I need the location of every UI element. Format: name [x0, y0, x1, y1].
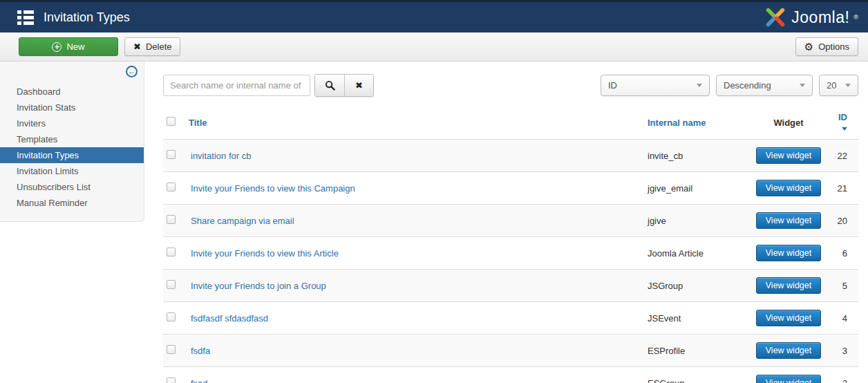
sort-by-value: ID: [608, 80, 617, 91]
row-title-link[interactable]: invitation for cb: [191, 151, 251, 161]
sort-descending-icon: [842, 127, 847, 131]
sidebar-item-unsubscribers-list[interactable]: Unsubscribers List: [0, 179, 144, 195]
main-content: ✖ ID Descending 20: [144, 62, 868, 383]
row-title-link[interactable]: Invite your Friends to view this Article: [191, 248, 339, 259]
view-widget-button[interactable]: View widget: [756, 310, 821, 326]
table-row: Invite your Friends to join a Group JSGr…: [163, 270, 858, 302]
row-internal-name: JSEvent: [644, 302, 748, 335]
list-icon[interactable]: [17, 10, 34, 25]
row-internal-name: jgive_email: [644, 172, 748, 205]
joomla-x-icon: [764, 6, 787, 28]
view-widget-button[interactable]: View widget: [756, 342, 821, 359]
sort-direction-value: Descending: [724, 80, 771, 91]
limit-select[interactable]: 20: [819, 75, 858, 96]
sidebar-item-invitation-stats[interactable]: Invitation Stats: [0, 100, 144, 115]
collapse-sidebar-icon[interactable]: ←: [126, 66, 138, 77]
clear-icon: ✖: [355, 80, 363, 91]
chevron-down-icon: [697, 84, 702, 87]
table-row: fsad ESGroup View widget 2: [163, 367, 858, 383]
table-row: fsdfasdf sfdasdfasd JSEvent View widget …: [163, 302, 858, 335]
row-checkbox[interactable]: [167, 280, 176, 289]
row-title-link[interactable]: fsad: [191, 378, 208, 383]
sidebar-item-inviters[interactable]: Inviters: [0, 115, 144, 131]
table-row: Invite your Friends to view this Article…: [163, 237, 858, 270]
delete-button[interactable]: ✖ Delete: [124, 37, 180, 56]
row-id: 2: [829, 367, 858, 383]
search-input[interactable]: [163, 75, 310, 96]
x-icon: ✖: [133, 41, 141, 52]
widget-header: Widget: [748, 106, 829, 140]
sort-internal-name-header[interactable]: Internal name: [644, 106, 748, 140]
view-widget-button[interactable]: View widget: [756, 375, 821, 383]
sort-direction-select[interactable]: Descending: [716, 75, 813, 96]
row-title-link[interactable]: fsdfasdf sfdasdfasd: [191, 313, 268, 324]
table-header-row: Title Internal name Widget ID: [163, 106, 858, 140]
row-internal-name: ESProfile: [644, 335, 748, 367]
limit-value: 20: [827, 80, 836, 91]
table-row: fsdfa ESProfile View widget 3: [163, 335, 858, 367]
view-widget-button[interactable]: View widget: [756, 277, 821, 294]
row-title-link[interactable]: Invite your Friends to join a Group: [191, 281, 326, 291]
sidebar-item-manual-reminder[interactable]: Manual Reminder: [0, 195, 144, 211]
sort-id-header[interactable]: ID: [829, 106, 858, 140]
row-id: 6: [829, 237, 858, 270]
table-row: Share campaign via email jgive View widg…: [163, 205, 858, 237]
filter-bar: ✖ ID Descending 20: [163, 74, 858, 97]
sidebar-item-invitation-types[interactable]: Invitation Types: [0, 147, 144, 163]
row-checkbox[interactable]: [167, 312, 176, 321]
row-id: 4: [829, 302, 858, 335]
page-title: Invitation Types: [44, 10, 130, 25]
sidebar-item-templates[interactable]: Templates: [0, 131, 144, 147]
row-checkbox[interactable]: [167, 215, 176, 224]
sort-title-header[interactable]: Title: [185, 106, 644, 140]
view-widget-button[interactable]: View widget: [756, 245, 821, 261]
row-internal-name: JSGroup: [644, 270, 748, 302]
search-button[interactable]: [315, 75, 344, 96]
options-button-label: Options: [818, 41, 849, 52]
row-internal-name: jgive: [644, 205, 748, 237]
row-id: 20: [829, 205, 858, 237]
view-widget-button[interactable]: View widget: [756, 212, 821, 229]
gear-icon: ⚙: [804, 41, 813, 52]
table-row: invitation for cb invite_cb View widget …: [163, 140, 858, 172]
sidebar-menu: DashboardInvitation StatsInvitersTemplat…: [0, 84, 144, 211]
row-id: 5: [829, 270, 858, 302]
invitation-types-table: Title Internal name Widget ID invitation…: [163, 106, 858, 383]
view-widget-button[interactable]: View widget: [756, 180, 821, 196]
view-widget-button[interactable]: View widget: [756, 147, 821, 164]
row-id: 21: [829, 172, 858, 205]
chevron-down-icon: [845, 84, 851, 87]
new-button-label: New: [66, 41, 84, 52]
sort-by-select[interactable]: ID: [601, 75, 710, 96]
sidebar-item-invitation-limits[interactable]: Invitation Limits: [0, 163, 144, 179]
row-checkbox[interactable]: [167, 377, 176, 383]
new-button[interactable]: + New: [19, 37, 118, 56]
row-checkbox[interactable]: [167, 183, 176, 192]
row-id: 3: [829, 335, 858, 367]
brand-registered-mark: ®: [853, 14, 858, 21]
sidebar-item-dashboard[interactable]: Dashboard: [0, 84, 144, 100]
row-checkbox[interactable]: [167, 345, 176, 354]
joomla-logo: Joomla!®: [764, 6, 858, 28]
row-title-link[interactable]: Invite your Friends to view this Campaig…: [191, 183, 355, 194]
row-internal-name: invite_cb: [644, 140, 748, 172]
clear-search-button[interactable]: ✖: [344, 75, 373, 96]
top-navbar: Invitation Types Joomla!®: [0, 2, 868, 32]
options-button[interactable]: ⚙ Options: [795, 37, 858, 56]
row-internal-name: Joomla Article: [644, 237, 748, 270]
plus-icon: +: [52, 42, 62, 52]
row-checkbox[interactable]: [167, 150, 176, 159]
table-row: Invite your Friends to view this Campaig…: [163, 172, 858, 205]
row-checkbox[interactable]: [167, 247, 176, 256]
brand-text: Joomla!: [791, 8, 849, 27]
select-all-checkbox[interactable]: [167, 117, 176, 126]
search-icon: [325, 80, 335, 91]
row-id: 22: [829, 140, 858, 172]
row-title-link[interactable]: Share campaign via email: [191, 216, 294, 226]
row-title-link[interactable]: fsdfa: [191, 346, 210, 356]
chevron-down-icon: [800, 84, 805, 87]
row-internal-name: ESGroup: [644, 367, 748, 383]
toolbar: + New ✖ Delete ⚙ Options: [0, 32, 868, 62]
delete-button-label: Delete: [146, 41, 172, 52]
sidebar: ← DashboardInvitation StatsInvitersTempl…: [0, 62, 144, 222]
